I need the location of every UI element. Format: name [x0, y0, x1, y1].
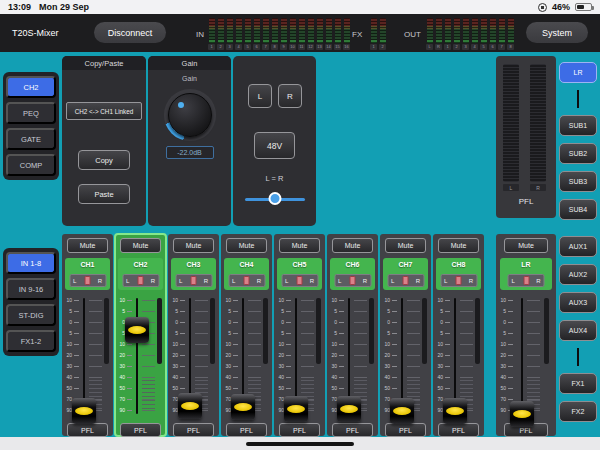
pan-indicator[interactable]: LR — [281, 274, 318, 287]
tab-comp[interactable]: COMP — [6, 154, 56, 176]
channel-strip-ch8[interactable]: MuteCH8LR1050510203040507090PFL — [433, 234, 484, 436]
strip-meter — [475, 298, 480, 364]
channel-strip-ch7[interactable]: MuteCH7LR1050510203040507090PFL — [380, 234, 431, 436]
tab-peq[interactable]: PEQ — [6, 102, 56, 124]
bank-tab-fx1-2[interactable]: FX1-2 — [6, 330, 56, 352]
mute-button[interactable]: Mute — [120, 238, 161, 253]
pfl-button[interactable]: PFL — [385, 423, 426, 437]
output-button-sub3[interactable]: SUB3 — [559, 171, 597, 192]
meter-number: 3 — [462, 44, 469, 50]
mute-button[interactable]: Mute — [226, 238, 267, 253]
channel-link-button[interactable]: CH2 <-> CH1 Linked — [66, 102, 142, 120]
pfl-button[interactable]: PFL — [226, 423, 267, 437]
pfl-button[interactable]: PFL — [173, 423, 214, 437]
fader-tick: 40 — [327, 377, 378, 378]
fader-handle[interactable] — [178, 393, 202, 419]
tab-gate[interactable]: GATE — [6, 128, 56, 150]
rail-divider — [577, 90, 579, 108]
output-button-aux1[interactable]: AUX1 — [559, 236, 597, 257]
mute-button[interactable]: Mute — [67, 238, 108, 253]
pan-indicator[interactable]: LR — [387, 274, 424, 287]
pfl-button[interactable]: PFL — [120, 423, 161, 437]
pfl-meter-left — [503, 64, 519, 182]
channel-label: CH5LR — [277, 258, 322, 290]
fader-handle[interactable] — [231, 394, 255, 420]
mute-button[interactable]: Mute — [173, 238, 214, 253]
mute-button[interactable]: Mute — [279, 238, 320, 253]
fader-handle[interactable] — [125, 317, 149, 343]
pan-indicator[interactable]: LR — [175, 274, 212, 287]
pfl-meter-right — [530, 64, 546, 182]
pfl-button[interactable]: PFL — [438, 423, 479, 437]
channel-name: CH6 — [330, 261, 375, 268]
mute-button[interactable]: Mute — [504, 238, 548, 253]
channel-strip-ch4[interactable]: MuteCH4LR1050510203040507090PFL — [221, 234, 272, 436]
fader-handle[interactable] — [443, 398, 467, 424]
system-button[interactable]: System — [526, 22, 588, 43]
output-button-fx2[interactable]: FX2 — [559, 401, 597, 422]
meter-number: 3 — [226, 44, 233, 50]
balance-slider-thumb[interactable] — [269, 192, 282, 205]
output-button-aux2[interactable]: AUX2 — [559, 264, 597, 285]
bank-tab-in-9-16[interactable]: IN 9-16 — [6, 278, 56, 300]
meter-number: 8 — [271, 44, 278, 50]
pfl-button[interactable]: PFL — [279, 423, 320, 437]
home-indicator[interactable] — [246, 442, 354, 446]
fader-handle[interactable] — [72, 398, 96, 424]
pan-indicator[interactable]: LR — [334, 274, 371, 287]
phantom-power-button[interactable]: 48V — [254, 132, 295, 159]
level-meter: 2 — [453, 18, 460, 50]
pfl-button[interactable]: PFL — [67, 423, 108, 437]
mute-button[interactable]: Mute — [332, 238, 373, 253]
meter-number: 1 — [370, 44, 377, 50]
input-right-button[interactable]: R — [278, 84, 302, 108]
tab-ch2[interactable]: CH2 — [6, 76, 56, 98]
channel-strip-ch6[interactable]: MuteCH6LR1050510203040507090PFL — [327, 234, 378, 436]
channel-strip-ch1[interactable]: MuteCH1LR1050510203040507090PFL — [62, 234, 113, 436]
pan-indicator[interactable]: LR — [440, 274, 477, 287]
bank-tab-st-dig[interactable]: ST-DIG — [6, 304, 56, 326]
pan-indicator[interactable]: LR — [508, 274, 545, 287]
meter-bar — [436, 18, 442, 43]
channel-strip-ch3[interactable]: MuteCH3LR1050510203040507090PFL — [168, 234, 219, 436]
mute-button[interactable]: Mute — [438, 238, 479, 253]
output-button-sub2[interactable]: SUB2 — [559, 143, 597, 164]
output-button-sub1[interactable]: SUB1 — [559, 115, 597, 136]
output-button-fx1[interactable]: FX1 — [559, 373, 597, 394]
pfl-button[interactable]: PFL — [332, 423, 373, 437]
input-left-button[interactable]: L — [248, 84, 272, 108]
channel-label: CH3LR — [171, 258, 216, 290]
fader-handle[interactable] — [284, 396, 308, 422]
balance-slider[interactable] — [245, 192, 305, 206]
level-meter: L — [426, 18, 433, 50]
fader-handle[interactable] — [337, 396, 361, 422]
fader-tick: 40 — [496, 377, 556, 378]
pfl-left-label: L — [503, 184, 519, 191]
meter-bar — [254, 18, 260, 43]
meter-number: 8 — [507, 44, 514, 50]
channel-name: CH8 — [436, 261, 481, 268]
fader-handle[interactable] — [510, 401, 534, 427]
pan-indicator[interactable]: LR — [228, 274, 265, 287]
gain-knob[interactable] — [164, 89, 216, 141]
channel-strip-ch5[interactable]: MuteCH5LR1050510203040507090PFL — [274, 234, 325, 436]
level-meter: R — [435, 18, 442, 50]
meter-number: 7 — [498, 44, 505, 50]
output-button-lr[interactable]: LR — [559, 62, 597, 83]
fader-tick: 30 — [327, 366, 378, 367]
output-button-sub4[interactable]: SUB4 — [559, 199, 597, 220]
fader-tick: 30 — [496, 366, 556, 367]
output-button-aux3[interactable]: AUX3 — [559, 292, 597, 313]
channel-strip-ch2[interactable]: MuteCH2LR1050510203040507090PFL — [115, 234, 166, 436]
channel-label: LRLR — [500, 258, 552, 290]
fader-handle[interactable] — [390, 398, 414, 424]
paste-button[interactable]: Paste — [78, 184, 130, 204]
pan-indicator[interactable]: LR — [69, 274, 106, 287]
disconnect-button[interactable]: Disconnect — [94, 22, 166, 43]
master-strip[interactable]: MuteLRLR1050510203040507090PFL — [496, 234, 556, 436]
mute-button[interactable]: Mute — [385, 238, 426, 253]
bank-tab-in-1-8[interactable]: IN 1-8 — [6, 252, 56, 274]
copy-button[interactable]: Copy — [78, 150, 130, 170]
output-button-aux4[interactable]: AUX4 — [559, 320, 597, 341]
pan-indicator[interactable]: LR — [122, 274, 159, 287]
